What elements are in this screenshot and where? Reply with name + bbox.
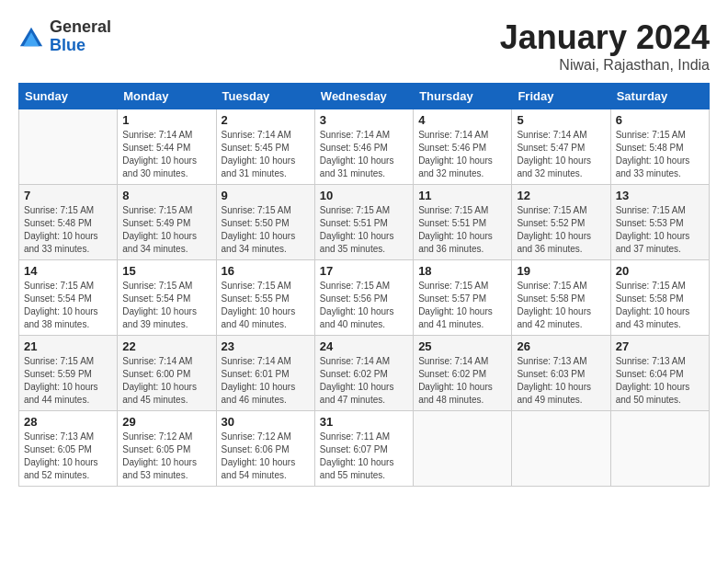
day-number: 17: [320, 264, 408, 278]
day-info: Sunrise: 7:14 AM Sunset: 5:46 PM Dayligh…: [320, 129, 408, 180]
calendar-cell: [512, 411, 610, 487]
logo-blue-text: Blue: [50, 37, 111, 55]
day-info: Sunrise: 7:14 AM Sunset: 6:00 PM Dayligh…: [122, 355, 210, 407]
day-info: Sunrise: 7:15 AM Sunset: 5:53 PM Dayligh…: [616, 204, 704, 256]
calendar-cell: 4Sunrise: 7:14 AM Sunset: 5:46 PM Daylig…: [414, 109, 512, 185]
day-number: 29: [122, 415, 210, 429]
day-info: Sunrise: 7:15 AM Sunset: 5:48 PM Dayligh…: [24, 204, 112, 256]
day-number: 31: [320, 415, 408, 429]
calendar-cell: 26Sunrise: 7:13 AM Sunset: 6:03 PM Dayli…: [512, 336, 610, 411]
day-info: Sunrise: 7:14 AM Sunset: 6:01 PM Dayligh…: [222, 355, 310, 407]
day-info: Sunrise: 7:15 AM Sunset: 5:50 PM Dayligh…: [222, 204, 310, 256]
calendar-cell: 25Sunrise: 7:14 AM Sunset: 6:02 PM Dayli…: [414, 336, 512, 411]
day-number: 8: [122, 189, 210, 202]
day-info: Sunrise: 7:15 AM Sunset: 5:58 PM Dayligh…: [517, 280, 605, 331]
day-info: Sunrise: 7:12 AM Sunset: 6:05 PM Dayligh…: [122, 431, 210, 482]
calendar-cell: 6Sunrise: 7:15 AM Sunset: 5:48 PM Daylig…: [610, 109, 709, 185]
day-info: Sunrise: 7:11 AM Sunset: 6:07 PM Dayligh…: [320, 431, 408, 482]
page-header: General Blue January 2024 Niwai, Rajasth…: [18, 18, 710, 74]
col-header-thursday: Thursday: [414, 84, 512, 109]
day-info: Sunrise: 7:14 AM Sunset: 6:02 PM Dayligh…: [418, 355, 506, 407]
calendar-week-0: 1Sunrise: 7:14 AM Sunset: 5:44 PM Daylig…: [19, 109, 710, 185]
calendar-cell: 14Sunrise: 7:15 AM Sunset: 5:54 PM Dayli…: [19, 260, 118, 336]
calendar-cell: [19, 109, 118, 185]
day-number: 15: [122, 264, 210, 278]
day-number: 9: [222, 189, 310, 202]
logo-general-text: General: [50, 18, 111, 37]
month-year-title: January 2024: [500, 18, 710, 57]
day-number: 1: [122, 113, 210, 127]
logo: General Blue: [18, 18, 111, 55]
day-number: 10: [320, 189, 408, 202]
calendar-cell: 10Sunrise: 7:15 AM Sunset: 5:51 PM Dayli…: [314, 185, 413, 260]
day-info: Sunrise: 7:15 AM Sunset: 5:48 PM Dayligh…: [616, 129, 704, 180]
calendar-title-section: January 2024 Niwai, Rajasthan, India: [500, 18, 710, 74]
day-info: Sunrise: 7:15 AM Sunset: 5:51 PM Dayligh…: [418, 204, 506, 256]
day-number: 30: [222, 415, 310, 429]
day-number: 26: [517, 339, 605, 353]
day-number: 2: [222, 113, 310, 127]
calendar-cell: 2Sunrise: 7:14 AM Sunset: 5:45 PM Daylig…: [216, 109, 314, 185]
col-header-monday: Monday: [118, 84, 216, 109]
day-number: 13: [616, 189, 704, 202]
calendar-week-4: 28Sunrise: 7:13 AM Sunset: 6:05 PM Dayli…: [19, 411, 710, 487]
calendar-week-1: 7Sunrise: 7:15 AM Sunset: 5:48 PM Daylig…: [19, 185, 710, 260]
day-number: 5: [517, 113, 605, 127]
day-number: 16: [222, 264, 310, 278]
day-number: 25: [418, 339, 506, 353]
day-info: Sunrise: 7:12 AM Sunset: 6:06 PM Dayligh…: [222, 431, 310, 482]
calendar-cell: 29Sunrise: 7:12 AM Sunset: 6:05 PM Dayli…: [118, 411, 216, 487]
calendar-cell: 1Sunrise: 7:14 AM Sunset: 5:44 PM Daylig…: [118, 109, 216, 185]
day-info: Sunrise: 7:15 AM Sunset: 5:51 PM Dayligh…: [320, 204, 408, 256]
calendar-cell: 16Sunrise: 7:15 AM Sunset: 5:55 PM Dayli…: [216, 260, 314, 336]
calendar-cell: 18Sunrise: 7:15 AM Sunset: 5:57 PM Dayli…: [414, 260, 512, 336]
calendar-cell: 20Sunrise: 7:15 AM Sunset: 5:58 PM Dayli…: [610, 260, 709, 336]
day-info: Sunrise: 7:14 AM Sunset: 5:45 PM Dayligh…: [222, 129, 310, 180]
day-info: Sunrise: 7:15 AM Sunset: 5:58 PM Dayligh…: [616, 280, 704, 331]
day-number: 11: [418, 189, 506, 202]
calendar-cell: 22Sunrise: 7:14 AM Sunset: 6:00 PM Dayli…: [118, 336, 216, 411]
col-header-wednesday: Wednesday: [314, 84, 413, 109]
day-info: Sunrise: 7:15 AM Sunset: 5:54 PM Dayligh…: [122, 280, 210, 331]
calendar-table: SundayMondayTuesdayWednesdayThursdayFrid…: [18, 83, 710, 487]
calendar-cell: 27Sunrise: 7:13 AM Sunset: 6:04 PM Dayli…: [610, 336, 709, 411]
day-number: 28: [24, 415, 112, 429]
calendar-cell: 13Sunrise: 7:15 AM Sunset: 5:53 PM Dayli…: [610, 185, 709, 260]
col-header-saturday: Saturday: [610, 84, 709, 109]
day-number: 27: [616, 339, 704, 353]
day-info: Sunrise: 7:14 AM Sunset: 5:47 PM Dayligh…: [517, 129, 605, 180]
day-number: 7: [24, 189, 112, 202]
location-label: Niwai, Rajasthan, India: [500, 57, 710, 74]
calendar-cell: 11Sunrise: 7:15 AM Sunset: 5:51 PM Dayli…: [414, 185, 512, 260]
calendar-cell: 3Sunrise: 7:14 AM Sunset: 5:46 PM Daylig…: [314, 109, 413, 185]
day-info: Sunrise: 7:15 AM Sunset: 5:52 PM Dayligh…: [517, 204, 605, 256]
calendar-cell: 12Sunrise: 7:15 AM Sunset: 5:52 PM Dayli…: [512, 185, 610, 260]
calendar-cell: 31Sunrise: 7:11 AM Sunset: 6:07 PM Dayli…: [314, 411, 413, 487]
calendar-cell: 30Sunrise: 7:12 AM Sunset: 6:06 PM Dayli…: [216, 411, 314, 487]
day-info: Sunrise: 7:14 AM Sunset: 6:02 PM Dayligh…: [320, 355, 408, 407]
day-number: 21: [24, 339, 112, 353]
day-info: Sunrise: 7:13 AM Sunset: 6:04 PM Dayligh…: [616, 355, 704, 407]
day-number: 20: [616, 264, 704, 278]
calendar-cell: 19Sunrise: 7:15 AM Sunset: 5:58 PM Dayli…: [512, 260, 610, 336]
calendar-cell: 7Sunrise: 7:15 AM Sunset: 5:48 PM Daylig…: [19, 185, 118, 260]
logo-icon: [18, 24, 44, 50]
calendar-header-row: SundayMondayTuesdayWednesdayThursdayFrid…: [19, 84, 710, 109]
day-number: 3: [320, 113, 408, 127]
calendar-cell: [610, 411, 709, 487]
calendar-cell: [414, 411, 512, 487]
day-info: Sunrise: 7:14 AM Sunset: 5:44 PM Dayligh…: [122, 129, 210, 180]
calendar-week-3: 21Sunrise: 7:15 AM Sunset: 5:59 PM Dayli…: [19, 336, 710, 411]
day-info: Sunrise: 7:15 AM Sunset: 5:54 PM Dayligh…: [24, 280, 112, 331]
col-header-friday: Friday: [512, 84, 610, 109]
calendar-cell: 28Sunrise: 7:13 AM Sunset: 6:05 PM Dayli…: [19, 411, 118, 487]
day-info: Sunrise: 7:15 AM Sunset: 5:55 PM Dayligh…: [222, 280, 310, 331]
day-number: 18: [418, 264, 506, 278]
col-header-sunday: Sunday: [19, 84, 118, 109]
day-info: Sunrise: 7:13 AM Sunset: 6:05 PM Dayligh…: [24, 431, 112, 482]
calendar-cell: 9Sunrise: 7:15 AM Sunset: 5:50 PM Daylig…: [216, 185, 314, 260]
col-header-tuesday: Tuesday: [216, 84, 314, 109]
day-number: 19: [517, 264, 605, 278]
calendar-week-2: 14Sunrise: 7:15 AM Sunset: 5:54 PM Dayli…: [19, 260, 710, 336]
day-info: Sunrise: 7:15 AM Sunset: 5:49 PM Dayligh…: [122, 204, 210, 256]
